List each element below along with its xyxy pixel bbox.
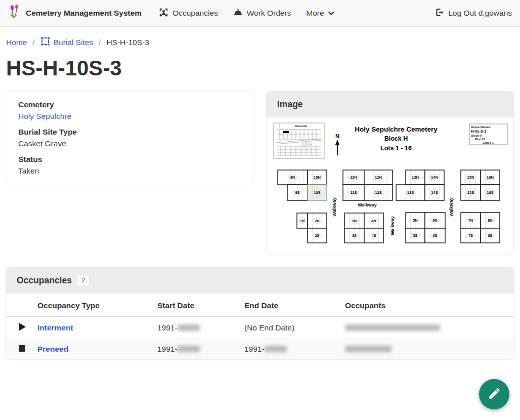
svg-text:1N: 1N — [300, 219, 305, 223]
no-end-date-value: (No End Date) — [244, 323, 294, 332]
plot-cell-9N: 9N — [278, 170, 308, 185]
navbar-right: Log Out d.gowans — [435, 8, 512, 19]
plot-cell-16N: 16N — [481, 170, 500, 185]
plot-cell-5N: 5N — [406, 213, 425, 228]
svg-text:4S: 4S — [371, 233, 376, 238]
content-columns: Cemetery Holy Sepulchre Burial Site Type… — [0, 92, 520, 255]
occupancies-icon — [159, 8, 168, 19]
plot-cell-11S: 11S — [343, 185, 364, 200]
redacted-occupants — [345, 346, 392, 352]
plot-cell-2N: 2N — [308, 213, 327, 228]
cemetery-plot-map: Overview N — [267, 117, 513, 255]
svg-text:Grave Names:: Grave Names: — [471, 125, 491, 129]
walkway-label: Walkway — [358, 202, 377, 207]
page-title: HS-H-10S-3 — [6, 56, 514, 80]
cemetery-link[interactable]: Holy Sepulchre — [18, 112, 71, 120]
plot-cell-15N: 15N — [461, 170, 481, 185]
breadcrumb: Home / Burial Sites / HS-H-10S-3 — [0, 26, 520, 48]
column-header-end-date: End Date — [244, 293, 345, 317]
plot-cell-3N: 3N — [344, 213, 364, 228]
svg-text:N: N — [335, 133, 339, 139]
chevron-down-icon — [328, 9, 334, 18]
table-row-interment: Interment 1991- (No End Date) — [6, 317, 514, 339]
status-label: Status — [18, 155, 241, 164]
stop-icon — [19, 345, 25, 352]
status-value: Taken — [18, 166, 241, 176]
burial-site-type-field: Burial Site Type Casket Grave — [18, 128, 241, 148]
svg-text:11S: 11S — [351, 190, 357, 195]
svg-text:12N: 12N — [375, 175, 382, 180]
svg-text:9S: 9S — [295, 190, 299, 195]
svg-text:8S: 8S — [488, 233, 492, 238]
plot-cell-14S: 14S — [425, 185, 444, 200]
svg-text:8N: 8N — [488, 218, 493, 223]
plot-cell-13S: 13S — [396, 185, 425, 200]
breadcrumb-separator: / — [99, 38, 101, 47]
plot-cell-7S: 7S — [461, 228, 481, 243]
svg-text:4N: 4N — [371, 219, 376, 223]
plot-cell-12S: 12S — [364, 185, 393, 200]
svg-text:11N: 11N — [350, 175, 357, 180]
walkway-label: Walkway — [449, 197, 454, 217]
work-orders-icon — [233, 8, 243, 18]
plot-cell-9S: 9S — [287, 185, 308, 200]
redacted-end-date — [265, 346, 287, 352]
nav-item-more[interactable]: More — [306, 9, 334, 18]
svg-text:5N: 5N — [413, 218, 418, 223]
burial-site-type-label: Burial Site Type — [18, 128, 241, 137]
plot-cell-10S: 10S — [308, 185, 327, 200]
top-navbar: Cemetery Management System Occupancies — [0, 0, 520, 26]
logout-icon — [435, 8, 444, 19]
breadcrumb-burial-sites-link[interactable]: Burial Sites — [40, 36, 93, 48]
svg-text:7S: 7S — [468, 233, 473, 238]
app-brand[interactable]: Cemetery Management System — [8, 4, 142, 22]
column-header-start-date: Start Date — [157, 293, 244, 317]
svg-text:15N: 15N — [467, 175, 474, 180]
plot-cell-6S: 6S — [425, 228, 445, 243]
tulips-logo-icon — [8, 4, 21, 22]
svg-text:5S: 5S — [413, 233, 417, 238]
svg-text:Block H: Block H — [471, 134, 482, 137]
svg-text:Overview: Overview — [295, 124, 308, 128]
svg-text:16N: 16N — [487, 175, 494, 180]
plot-cell-4S: 4S — [364, 228, 383, 243]
occupancies-title: Occupancies — [17, 275, 72, 285]
column-header-icon — [6, 293, 37, 317]
breadcrumb-home-link[interactable]: Home — [6, 38, 27, 47]
redacted-start-date — [178, 324, 200, 331]
nav-item-occupancies[interactable]: Occupancies — [159, 8, 218, 19]
plot-grid: 9N10N9S10S11N12N11S12S13N14N13S14S15N16N… — [278, 170, 500, 243]
breadcrumb-separator: / — [32, 38, 34, 47]
grave-names-legend: Grave Names: H-01-S-1 Block H Plot 1S Gr… — [469, 124, 507, 145]
plot-cell-15S: 15S — [461, 185, 481, 200]
svg-text:9N: 9N — [290, 175, 295, 180]
plot-cell-4N: 4N — [364, 213, 383, 228]
burial-site-type-value: Casket Grave — [18, 139, 241, 148]
interment-link[interactable]: Interment — [37, 323, 73, 332]
plot-cell-6N: 6N — [425, 213, 445, 228]
edit-fab-button[interactable] — [479, 379, 509, 409]
walkway-label: Walkway — [332, 197, 337, 217]
svg-text:12S: 12S — [375, 190, 381, 195]
svg-text:3S: 3S — [352, 233, 357, 238]
table-row-preneed: Preneed 1991- 1991- — [6, 339, 514, 360]
image-card: Image Overview — [267, 92, 513, 255]
plot-map-image[interactable]: Overview N — [267, 117, 513, 255]
logout-button[interactable]: Log Out d.gowans — [435, 8, 512, 19]
image-card-header: Image — [267, 92, 513, 117]
svg-text:H-01-S-1: H-01-S-1 — [471, 129, 486, 134]
plot-cell-14N: 14N — [425, 170, 444, 185]
svg-text:13S: 13S — [407, 190, 414, 195]
play-icon — [19, 323, 26, 331]
pencil-icon — [488, 387, 501, 402]
plot-cell-10N: 10N — [308, 170, 327, 185]
nav-item-work-orders[interactable]: Work Orders — [233, 8, 291, 18]
svg-text:Block H: Block H — [384, 135, 408, 142]
occupancies-count-badge: 2 — [77, 275, 89, 285]
preneed-link[interactable]: Preneed — [37, 345, 68, 353]
table-header-row: Occupancy Type Start Date End Date Occup… — [6, 293, 514, 317]
navbar-links: Occupancies Work Orders More — [159, 8, 334, 19]
plot-cell-1N: 1N — [297, 213, 308, 228]
svg-text:2N: 2N — [315, 219, 320, 223]
svg-text:14N: 14N — [431, 175, 438, 180]
